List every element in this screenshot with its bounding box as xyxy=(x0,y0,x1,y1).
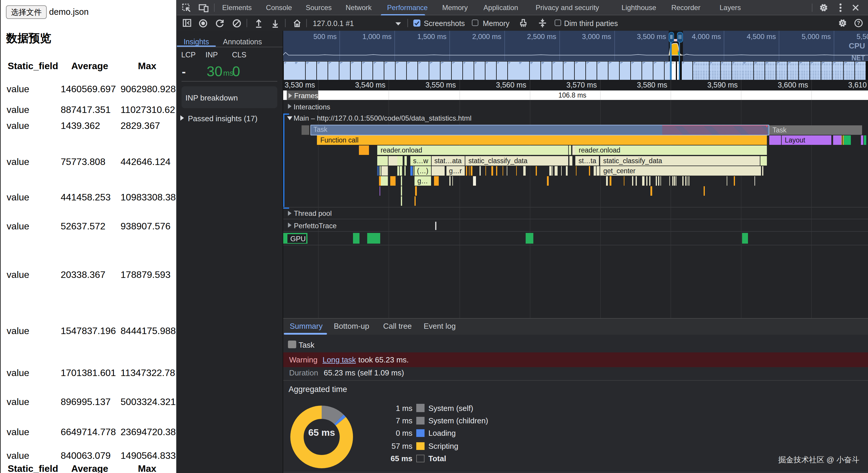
svg-text:?: ? xyxy=(857,20,860,26)
